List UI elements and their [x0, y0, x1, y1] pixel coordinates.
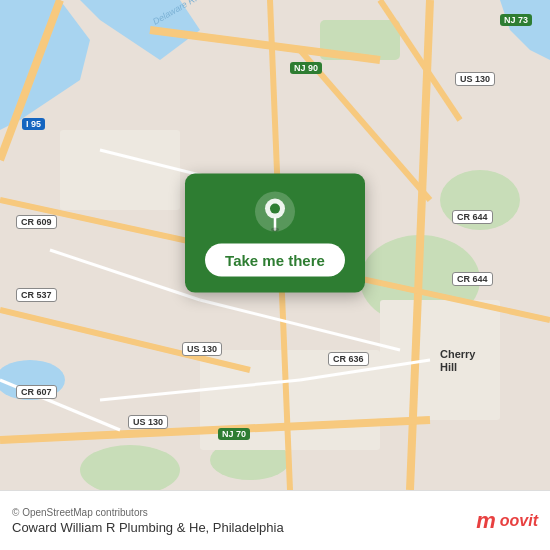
shield-us130-bot: US 130	[128, 415, 168, 429]
svg-point-31	[270, 204, 280, 214]
shield-nj90: NJ 90	[290, 62, 322, 74]
shield-cr607: CR 607	[16, 385, 57, 399]
shield-cr537: CR 537	[16, 288, 57, 302]
moovit-logo: m oovit	[476, 508, 538, 534]
shield-nj70: NJ 70	[218, 428, 250, 440]
bottom-bar: © OpenStreetMap contributors Coward Will…	[0, 490, 550, 550]
shield-cr644-bot: CR 644	[452, 272, 493, 286]
shield-i95: I 95	[22, 118, 45, 130]
location-pin-icon	[253, 190, 297, 234]
moovit-wordmark: oovit	[500, 512, 538, 530]
moovit-m-icon: m	[476, 508, 496, 534]
map: Delaware River I 95 NJ 90 NJ 73 US 130 C…	[0, 0, 550, 490]
shield-us130-mid: US 130	[182, 342, 222, 356]
bottom-info: © OpenStreetMap contributors Coward Will…	[12, 507, 476, 535]
cherry-hill-label: CherryHill	[440, 348, 475, 374]
destination-card: Take me there	[185, 174, 365, 293]
svg-rect-10	[60, 130, 180, 210]
location-name: Coward William R Plumbing & He, Philadel…	[12, 520, 476, 535]
attribution-text: © OpenStreetMap contributors	[12, 507, 476, 518]
take-me-there-button[interactable]: Take me there	[205, 244, 345, 277]
shield-cr644-top: CR 644	[452, 210, 493, 224]
svg-point-32	[271, 228, 279, 232]
shield-cr636: CR 636	[328, 352, 369, 366]
shield-cr609: CR 609	[16, 215, 57, 229]
shield-us130-top: US 130	[455, 72, 495, 86]
shield-nj73: NJ 73	[500, 14, 532, 26]
